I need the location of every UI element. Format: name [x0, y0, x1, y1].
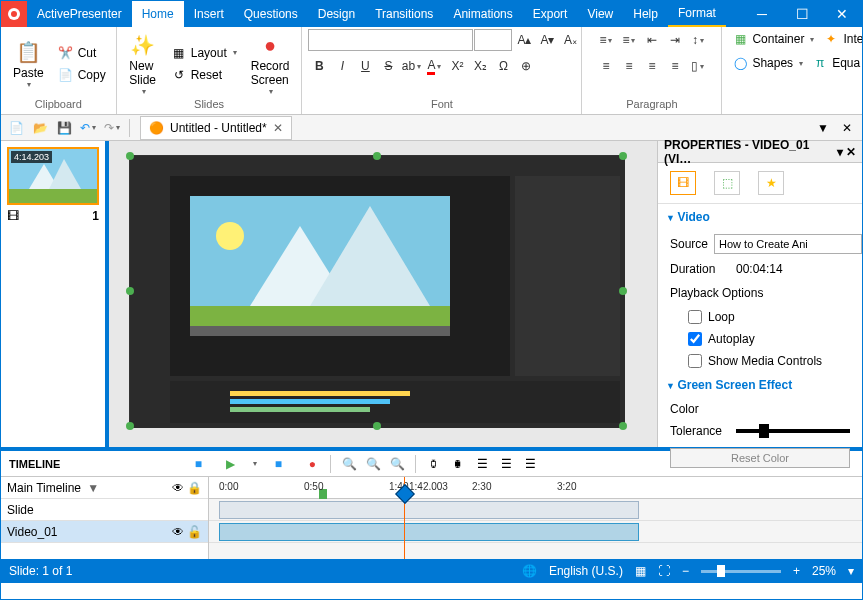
canvas-area[interactable]: [109, 141, 657, 447]
fit-icon[interactable]: ⛶: [658, 564, 670, 578]
zoom-out-icon[interactable]: −: [682, 564, 689, 578]
tl-split-icon[interactable]: ⧮: [424, 454, 444, 474]
decrease-font-icon[interactable]: A▾: [536, 29, 558, 51]
timeline-selector[interactable]: Main Timeline ▼ 👁 🔒: [1, 477, 208, 499]
redo-button[interactable]: ↷: [101, 117, 123, 139]
visibility-icon[interactable]: 👁: [172, 481, 184, 495]
tab-questions[interactable]: Questions: [234, 1, 308, 27]
panel-dropdown-icon[interactable]: ▼: [812, 117, 834, 139]
valign-button[interactable]: ▯: [687, 55, 709, 77]
tl-zoom-out-icon[interactable]: 🔍: [363, 454, 383, 474]
props-dropdown-icon[interactable]: ▾: [837, 145, 843, 159]
tab-view[interactable]: View: [577, 1, 623, 27]
slide-clip[interactable]: [219, 501, 639, 519]
tab-transitions[interactable]: Transitions: [365, 1, 443, 27]
props-close-icon[interactable]: ✕: [846, 145, 856, 159]
tl-tool5-icon[interactable]: ☰: [520, 454, 540, 474]
tab-help[interactable]: Help: [623, 1, 668, 27]
font-color-button[interactable]: A: [423, 55, 445, 77]
tab-animations[interactable]: Animations: [443, 1, 522, 27]
zoom-dropdown-icon[interactable]: ▾: [848, 564, 854, 578]
line-spacing-button[interactable]: ↕: [687, 29, 709, 51]
zoom-value[interactable]: 25%: [812, 564, 836, 578]
track-slide-lane[interactable]: [209, 499, 862, 521]
timeline-ruler[interactable]: 0:000:501:401:42.0032:303:20: [209, 477, 862, 499]
show-controls-checkbox[interactable]: [688, 354, 702, 368]
autoplay-checkbox[interactable]: [688, 332, 702, 346]
increase-font-icon[interactable]: A▴: [513, 29, 535, 51]
props-tab-audio[interactable]: ★: [758, 171, 784, 195]
section-greenscreen[interactable]: Green Screen Effect: [658, 372, 862, 398]
track-slide[interactable]: Slide: [1, 499, 208, 521]
justify-button[interactable]: ≡: [664, 55, 686, 77]
clear-format-icon[interactable]: Aₓ: [559, 29, 581, 51]
outdent-button[interactable]: ⇤: [641, 29, 663, 51]
tab-insert[interactable]: Insert: [184, 1, 234, 27]
strikethrough-button[interactable]: S: [377, 55, 399, 77]
window-maximize[interactable]: ☐: [782, 1, 822, 27]
status-language[interactable]: English (U.S.): [549, 564, 623, 578]
track-lock-icon[interactable]: 🔓: [187, 525, 202, 539]
playhead[interactable]: [404, 477, 405, 559]
tl-tool4-icon[interactable]: ☰: [496, 454, 516, 474]
track-video[interactable]: Video_01 👁 🔓: [1, 521, 208, 543]
symbol-button[interactable]: Ω: [492, 55, 514, 77]
loop-checkbox[interactable]: [688, 310, 702, 324]
tl-play-button[interactable]: ▶: [220, 454, 240, 474]
tl-record-stop-button[interactable]: ■: [268, 454, 288, 474]
zoom-slider[interactable]: [701, 570, 781, 573]
lang-icon[interactable]: 🌐: [522, 564, 537, 578]
interactions-button[interactable]: ✦Inter: [819, 29, 863, 49]
align-center-button[interactable]: ≡: [618, 55, 640, 77]
copy-button[interactable]: 📄Copy: [54, 65, 110, 85]
window-minimize[interactable]: ─: [742, 1, 782, 27]
equation-button[interactable]: πEqua: [808, 53, 863, 73]
track-visibility-icon[interactable]: 👁: [172, 525, 184, 539]
tab-export[interactable]: Export: [523, 1, 578, 27]
panel-close-icon[interactable]: ✕: [836, 117, 858, 139]
subscript-button[interactable]: X₂: [469, 55, 491, 77]
record-screen-button[interactable]: ●Record Screen: [245, 29, 296, 98]
new-doc-icon[interactable]: 📄: [5, 117, 27, 139]
open-icon[interactable]: 📂: [29, 117, 51, 139]
tl-tool2-icon[interactable]: ⧯: [448, 454, 468, 474]
document-tab[interactable]: 🟠 Untitled - Untitled* ✕: [140, 116, 292, 140]
undo-button[interactable]: ↶: [77, 117, 99, 139]
save-icon[interactable]: 💾: [53, 117, 75, 139]
slide-thumbnail[interactable]: 4:14.203: [7, 147, 99, 205]
tl-record-button[interactable]: ●: [302, 454, 322, 474]
video-object[interactable]: [129, 155, 624, 427]
source-input[interactable]: [714, 234, 862, 254]
reset-button[interactable]: ↺Reset: [167, 65, 241, 85]
props-tab-size[interactable]: ⬚: [714, 171, 740, 195]
tl-play-dropdown[interactable]: [244, 454, 264, 474]
layout-button[interactable]: ▦Layout: [167, 43, 241, 63]
container-button[interactable]: ▦Container: [728, 29, 818, 49]
section-video[interactable]: Video: [658, 204, 862, 230]
zoom-in-icon[interactable]: +: [793, 564, 800, 578]
tl-zoom-in-icon[interactable]: 🔍: [339, 454, 359, 474]
tab-design[interactable]: Design: [308, 1, 365, 27]
cut-button[interactable]: ✂️Cut: [54, 43, 110, 63]
align-right-button[interactable]: ≡: [641, 55, 663, 77]
align-left-button[interactable]: ≡: [595, 55, 617, 77]
underline-button[interactable]: U: [354, 55, 376, 77]
italic-button[interactable]: I: [331, 55, 353, 77]
shapes-button[interactable]: ◯Shapes: [728, 53, 807, 73]
window-close[interactable]: ✕: [822, 1, 862, 27]
track-video-lane[interactable]: [209, 521, 862, 543]
paste-button[interactable]: 📋Paste: [7, 36, 50, 91]
superscript-button[interactable]: X²: [446, 55, 468, 77]
tolerance-slider[interactable]: [736, 429, 850, 433]
tl-stop-button[interactable]: ■: [188, 454, 208, 474]
font-size-select[interactable]: [474, 29, 512, 51]
tl-tool3-icon[interactable]: ☰: [472, 454, 492, 474]
highlight-button[interactable]: ab: [400, 55, 422, 77]
view-mode-icon[interactable]: ▦: [635, 564, 646, 578]
tl-zoom-fit-icon[interactable]: 🔍: [387, 454, 407, 474]
tab-format[interactable]: Format: [668, 1, 726, 27]
insert-char-button[interactable]: ⊕: [515, 55, 537, 77]
lock-icon[interactable]: 🔒: [187, 481, 202, 495]
timeline-canvas[interactable]: 0:000:501:401:42.0032:303:20: [209, 477, 862, 559]
bold-button[interactable]: B: [308, 55, 330, 77]
